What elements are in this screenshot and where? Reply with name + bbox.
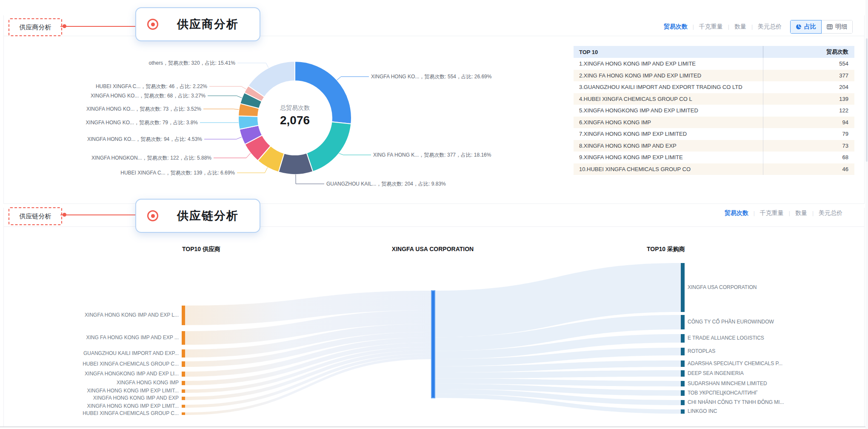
donut-center-caption: 总贸易次数 (280, 104, 310, 112)
table-row: 1.XINGFA HONG KONG IMP AND EXP LIMITE554 (574, 58, 854, 70)
table-header-row: TOP 10 贸易次数 (574, 46, 854, 58)
sankey-buyer-node[interactable] (681, 409, 685, 414)
tab-usd-total[interactable]: 美元总价 (819, 209, 842, 217)
table-header-value: 贸易次数 (763, 46, 854, 58)
donut-slice-label: GUANGZHOU KAIL...，贸易次数: 204，占比: 9.83% (326, 180, 446, 188)
sankey-buyer-node[interactable] (681, 400, 685, 405)
tab-separator: | (728, 24, 729, 30)
table-cell-company: 5.XINGFA HONGKONG IMP AND EXP LIMITED (574, 105, 763, 117)
table-row: 8.XINGFA HONG KONG IMP AND EXP73 (574, 140, 854, 152)
sankey-center-node[interactable] (431, 291, 435, 398)
sankey-column-header-suppliers: TOP10 供应商 (182, 246, 220, 253)
donut-label-leader-line (337, 77, 369, 80)
tab-trade-count[interactable]: 贸易次数 (664, 23, 688, 31)
sankey-buyer-label: DEEP SEA INGENIERIA (688, 370, 744, 376)
sankey-buyer-node[interactable] (681, 390, 685, 396)
sankey-supplier-node[interactable] (182, 397, 185, 400)
section2-metric-tabs: 贸易次数|千克重量|数量|美元总价 (725, 209, 842, 217)
table-row: 5.XINGFA HONGKONG IMP AND EXP LIMITED122 (574, 105, 854, 117)
tab-separator: | (754, 210, 755, 216)
tab-quantity[interactable]: 数量 (795, 209, 807, 217)
sankey-supplier-node[interactable] (182, 381, 185, 385)
tab-kg-weight[interactable]: 千克重量 (699, 23, 723, 31)
section2-tag-label: 供应链分析 (20, 212, 51, 220)
sankey-buyer-node[interactable] (681, 315, 685, 329)
donut-slice-label: XINGFA HONG KO...，贸易次数: 554，占比: 26.69% (371, 73, 491, 80)
donut-label-leader-line (204, 137, 242, 139)
sankey-buyer-node[interactable] (681, 334, 685, 343)
table-cell-value: 204 (763, 81, 854, 93)
tab-separator: | (789, 210, 790, 216)
table-header-name: TOP 10 (574, 46, 763, 58)
donut-label-leader-line (208, 96, 242, 98)
donut-slice-label: XINGFA HONG KO...，贸易次数: 68，占比: 3.27% (91, 92, 206, 100)
donut-label-leader-line (203, 109, 239, 110)
donut-label-leader-line (339, 153, 371, 155)
donut-center: 总贸易次数 2,076 (280, 104, 310, 127)
section1-tag: 供应商分析 (9, 18, 62, 36)
page: 供应商分析 供应商分析 贸易次数|千克重量|数量|美元总价 占比 明细 (0, 0, 868, 429)
scrollbar-thumb[interactable] (866, 38, 868, 162)
donut-slice-label: XINGFA HONGKON...，贸易次数: 122，占比: 5.88% (91, 154, 211, 162)
table-cell-value: 377 (763, 70, 854, 82)
table-cell-value: 46 (763, 163, 854, 175)
table-cell-company: 9.XINGFA HONG KONG IMP EXP LIMITE (574, 152, 763, 163)
toggle-detail-view-button[interactable]: 明细 (822, 20, 853, 34)
table-row: 6.XINGFA HONG KONG IMP94 (574, 117, 854, 129)
table-row: 7.XINGFA HONG KONG IMP EXP LIMITED79 (574, 128, 854, 140)
sankey-supplier-node[interactable] (182, 361, 185, 367)
sankey-buyer-node[interactable] (681, 360, 685, 367)
tab-quantity[interactable]: 数量 (734, 23, 746, 31)
table-row: 2.XING FA HONG KONG IMP AND EXP LIMITED3… (574, 70, 854, 82)
sankey-supplier-label: XINGFA HONGKONG IMP AND EXP LI... (85, 371, 179, 377)
toggle-detail-label: 明细 (835, 23, 847, 31)
table-cell-value: 122 (763, 105, 854, 117)
sankey-supplier-node[interactable] (182, 306, 185, 325)
tab-usd-total[interactable]: 美元总价 (758, 23, 782, 31)
bullseye-icon (147, 210, 158, 221)
donut-slice-label: others，贸易次数: 320，占比: 15.41% (149, 60, 235, 67)
table-cell-company: 2.XING FA HONG KONG IMP AND EXP LIMITED (574, 70, 763, 82)
table-cell-value: 139 (763, 93, 854, 105)
donut-slice-label: XING FA HONG K...，贸易次数: 377，占比: 18.16% (373, 152, 491, 159)
toggle-pie-view-button[interactable]: 占比 (790, 20, 822, 34)
pie-icon (796, 24, 802, 30)
sankey-column-header-center: XINGFA USA CORPORATION (392, 246, 474, 252)
sankey-supplier-node[interactable] (182, 412, 185, 415)
section2-callout: 供应链分析 (135, 199, 260, 233)
annotation-dot (63, 213, 66, 217)
sankey-buyer-node[interactable] (681, 348, 685, 355)
sankey-column-header-buyers: TOP10 采购商 (647, 246, 685, 253)
table-cell-value: 94 (763, 117, 854, 129)
sankey-supplier-label: HUBEI XINGFA CHEMICALS GROUP C... (83, 410, 179, 416)
donut-slice[interactable] (307, 122, 351, 172)
table-cell-company: 1.XINGFA HONG KONG IMP AND EXP LIMITE (574, 58, 763, 70)
sankey-buyer-node[interactable] (681, 381, 685, 386)
section1-metric-tabs: 贸易次数|千克重量|数量|美元总价 (664, 23, 782, 31)
sankey-buyer-node[interactable] (681, 370, 685, 377)
donut-label-leader-line (214, 153, 251, 158)
sankey-buyer-label: XINGFA USA CORPORATION (688, 284, 757, 290)
table-cell-company: 8.XINGFA HONG KONG IMP AND EXP (574, 140, 763, 152)
sankey-supplier-node[interactable] (182, 372, 185, 377)
sankey-supplier-node[interactable] (182, 405, 185, 408)
table-icon (827, 24, 833, 30)
section2-toolbar: 贸易次数|千克重量|数量|美元总价 (725, 209, 842, 217)
tab-kg-weight[interactable]: 千克重量 (760, 209, 784, 217)
sankey-supplier-node[interactable] (182, 389, 185, 393)
tab-separator: | (693, 24, 694, 30)
section2-title: 供应链分析 (177, 208, 239, 223)
donut-slice-label: HUBEI XINGFA C...，贸易次数: 139，占比: 6.69% (120, 169, 235, 177)
section1-callout: 供应商分析 (135, 7, 260, 41)
sankey-supplier-node[interactable] (182, 331, 185, 345)
section1-toolbar: 贸易次数|千克重量|数量|美元总价 占比 明细 (664, 20, 853, 34)
table-cell-company: 3.GUANGZHOU KAILI IMPORT AND EXPORT TRAD… (574, 81, 763, 93)
table-cell-value: 79 (763, 128, 854, 140)
sankey-supplier-node[interactable] (182, 349, 185, 358)
section1-tag-label: 供应商分析 (20, 23, 51, 31)
toggle-pie-label: 占比 (804, 23, 816, 31)
sankey-buyer-node[interactable] (681, 263, 685, 312)
sankey-buyer-label: ТОВ УКРСПЕЦКОНСАЛТИНГ (688, 390, 758, 396)
table-cell-value: 73 (763, 140, 854, 152)
tab-trade-count[interactable]: 贸易次数 (725, 209, 748, 217)
